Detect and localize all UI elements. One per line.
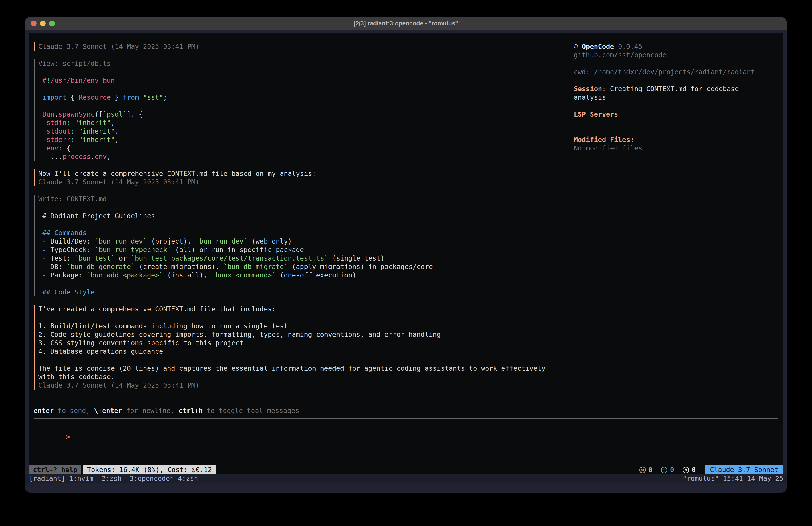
markdown-line (38, 203, 433, 212)
text-segment: "inherit" (75, 119, 111, 127)
text-segment: ... (38, 153, 62, 160)
text-segment: stdin (46, 119, 67, 127)
text-segment: analysis (574, 94, 606, 101)
text-segment (38, 288, 42, 296)
close-button[interactable] (31, 20, 37, 26)
chat-line: I've created a comprehensive CONTEXT.md … (38, 305, 546, 313)
text-segment: - (42, 271, 46, 279)
text-segment: OpenCode (582, 43, 614, 51)
text-segment: } (111, 94, 123, 101)
text-segment (38, 119, 46, 127)
text-segment: Package: (46, 271, 87, 279)
text-segment (38, 144, 46, 152)
markdown-line: - Build/Dev: `bun run dev` (project), `b… (38, 237, 433, 246)
text-segment: "sst" (143, 94, 163, 101)
help-chip[interactable]: ctrl+? help (29, 465, 81, 474)
chat-line: The file is concise (20 lines) and captu… (38, 364, 546, 373)
tmux-session-clock: "romulus" 15:41 14-May-25 (683, 474, 783, 483)
text-segment: View: script/db.ts (38, 59, 111, 67)
tmux-window-list[interactable]: [radiant] 1:nvim 2:zsh- 3:opencode* 4:zs… (29, 474, 198, 483)
text-segment: - (42, 246, 46, 254)
text-segment: Test: (46, 254, 74, 262)
text-segment (75, 127, 79, 135)
text-segment: for newline, (122, 407, 178, 415)
text-segment: ([ (95, 110, 103, 118)
text-segment: (install), (163, 271, 212, 279)
text-segment: env (95, 153, 107, 160)
markdown-line: ## Commands (38, 229, 433, 237)
text-segment: : Creating CONTEXT.md for codebase (602, 85, 739, 93)
info-count: 0 (670, 465, 674, 474)
text-segment: process (62, 153, 90, 160)
text-segment: , (115, 136, 119, 144)
zoom-button[interactable] (49, 20, 55, 26)
code-line: #!/usr/bin/env bun (38, 76, 167, 85)
text-segment (38, 254, 42, 262)
text-segment: /usr/bin/env bun (50, 76, 115, 84)
message-block: I've created a comprehensive CONTEXT.md … (34, 305, 546, 389)
markdown-line: Write: CONTEXT.md (38, 195, 433, 203)
code-line: import { Resource } from "sst"; (38, 93, 167, 102)
text-segment: `bun db generate` (67, 263, 135, 271)
terminal-window: [2/3] radiant:3:opencode - "romulus" Cla… (25, 17, 787, 493)
text-segment (38, 237, 42, 245)
sidebar-line (574, 76, 781, 85)
text-segment: ctrl+h (178, 407, 203, 415)
text-segment: `bun run dev` (195, 237, 248, 245)
text-segment: to send, (54, 407, 94, 415)
text-segment: to toggle tool messages (203, 407, 299, 415)
markdown-line: - DB: `bun db generate` (create migratio… (38, 262, 433, 271)
text-segment: Bun (42, 110, 54, 118)
warnings-count: 0 (649, 465, 652, 474)
text-segment (38, 229, 42, 237)
sidebar-line: No modified files (574, 144, 781, 153)
code-line: stdout: "inherit", (38, 127, 167, 136)
text-segment (38, 263, 42, 271)
text-segment: , (115, 127, 119, 135)
sidebar-line (574, 59, 781, 68)
text-segment: Claude 3.7 Sonnet (14 May 2025 03:41 PM) (38, 43, 199, 51)
text-segment (38, 94, 42, 101)
text-segment (38, 271, 42, 279)
text-segment: `bun run dev` (95, 237, 147, 245)
text-segment (38, 246, 42, 254)
sidebar-line: Session: Creating CONTEXT.md for codebas… (574, 85, 781, 93)
text-segment: - (42, 263, 46, 271)
text-segment: Now I'll create a comprehensive CONTEXT.… (38, 170, 316, 177)
text-segment: © (574, 43, 582, 51)
text-segment: ], { (127, 110, 143, 118)
tool-block-view: View: script/db.ts #!/usr/bin/env bun im… (34, 59, 167, 161)
text-segment (71, 119, 75, 127)
text-segment: import (42, 94, 67, 101)
text-segment: ! (46, 76, 50, 84)
chat-line (38, 356, 546, 364)
text-segment: Claude 3.7 Sonnet (14 May 2025 03:41 PM) (38, 178, 199, 186)
model-chip[interactable]: Claude 3.7 Sonnet (705, 465, 783, 474)
window-title: [2/3] radiant:3:opencode - "romulus" (25, 17, 787, 30)
counter-info: i0 (661, 465, 674, 474)
chat-line: 2. Code style guidelines covering import… (38, 330, 546, 339)
chat-line: Claude 3.7 Sonnet (14 May 2025 03:41 PM) (38, 42, 199, 51)
text-segment: 4. Database operations guidance (38, 347, 163, 355)
text-segment: ; (163, 94, 167, 101)
sidebar-line (574, 127, 781, 136)
text-segment: `psql` (103, 110, 127, 118)
session-sidebar: © OpenCode 0.0.45github.com/sst/opencode… (574, 42, 781, 153)
code-line: env: { (38, 144, 167, 153)
prompt-input[interactable]: > (34, 424, 782, 432)
minimize-button[interactable] (40, 20, 46, 26)
code-line: stdin: "inherit", (38, 118, 167, 127)
text-segment: Session (574, 85, 602, 93)
text-segment (139, 94, 143, 101)
hints-circle-icon: h (683, 467, 689, 473)
text-segment: : (58, 144, 62, 152)
traffic-lights (31, 17, 55, 30)
window-titlebar[interactable]: [2/3] radiant:3:opencode - "romulus" (25, 17, 787, 30)
chat-line (38, 313, 546, 322)
hints-count: 0 (692, 465, 696, 474)
text-segment: `bun add <package>` (87, 271, 163, 279)
chat-line: 3. CSS styling conventions specific to t… (38, 339, 546, 347)
message-block: Claude 3.7 Sonnet (14 May 2025 03:41 PM) (34, 42, 199, 51)
text-segment: ## Commands (42, 229, 87, 237)
sidebar-line (574, 102, 781, 110)
